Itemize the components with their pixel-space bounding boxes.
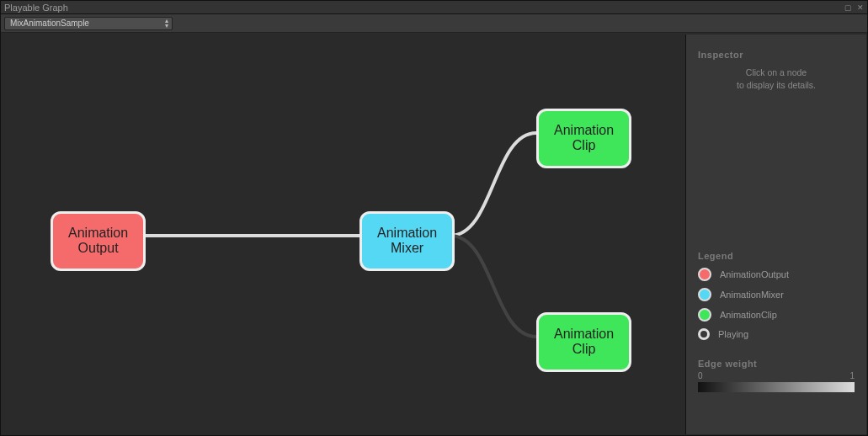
toolbar: MixAnimationSample ▴▾ xyxy=(1,14,867,33)
node-mixer[interactable]: Animation Mixer xyxy=(359,211,455,271)
inspector-heading: Inspector xyxy=(698,50,855,60)
edge-weight-gradient xyxy=(698,382,855,392)
legend-item: Playing xyxy=(698,328,855,340)
graph-selector-value: MixAnimationSample xyxy=(10,19,89,28)
node-clipA[interactable]: Animation Clip xyxy=(536,109,631,168)
side-panel: Inspector Click on a node to display its… xyxy=(685,35,866,434)
inspector-help-line1: Click on a node xyxy=(698,66,855,79)
edge-weight-heading: Edge weight xyxy=(698,359,855,369)
edge-weight-min: 0 xyxy=(698,371,703,380)
maximize-icon[interactable]: ▢ xyxy=(844,3,852,12)
legend-item: AnimationMixer xyxy=(698,288,855,301)
legend-swatch-icon xyxy=(698,328,710,340)
legend-item-label: AnimationOutput xyxy=(720,269,789,279)
graph-selector-dropdown[interactable]: MixAnimationSample ▴▾ xyxy=(4,17,173,30)
inspector-help: Click on a node to display its details. xyxy=(698,66,855,91)
inspector-help-line2: to display its details. xyxy=(698,79,855,92)
legend-item: AnimationClip xyxy=(698,308,855,322)
close-icon[interactable]: ✕ xyxy=(857,3,864,12)
edge-weight: Edge weight 0 1 xyxy=(698,359,855,392)
legend-swatch-icon xyxy=(698,268,711,281)
legend-heading: Legend xyxy=(698,251,855,261)
content: Animation OutputAnimation MixerAnimation… xyxy=(2,35,866,434)
edge-weight-max: 1 xyxy=(849,371,855,380)
titlebar: Playable Graph ▢ ✕ xyxy=(1,1,867,14)
window: Playable Graph ▢ ✕ MixAnimationSample ▴▾… xyxy=(0,0,868,436)
legend-item-label: AnimationMixer xyxy=(720,290,784,300)
edge xyxy=(450,133,536,236)
legend-swatch-icon xyxy=(698,308,711,322)
node-output[interactable]: Animation Output xyxy=(51,211,146,271)
edge xyxy=(450,236,536,337)
node-clipB[interactable]: Animation Clip xyxy=(536,312,631,372)
window-controls: ▢ ✕ xyxy=(844,3,864,12)
legend-item: AnimationOutput xyxy=(698,268,855,281)
window-title: Playable Graph xyxy=(4,3,844,13)
graph-canvas[interactable]: Animation OutputAnimation MixerAnimation… xyxy=(2,35,685,434)
legend-item-label: Playing xyxy=(718,329,748,339)
legend-item-label: AnimationClip xyxy=(720,310,777,320)
legend: Legend AnimationOutputAnimationMixerAnim… xyxy=(698,251,855,340)
legend-swatch-icon xyxy=(698,288,711,301)
dropdown-arrows-icon: ▴▾ xyxy=(165,19,168,29)
edge-weight-scale: 0 1 xyxy=(698,371,855,380)
